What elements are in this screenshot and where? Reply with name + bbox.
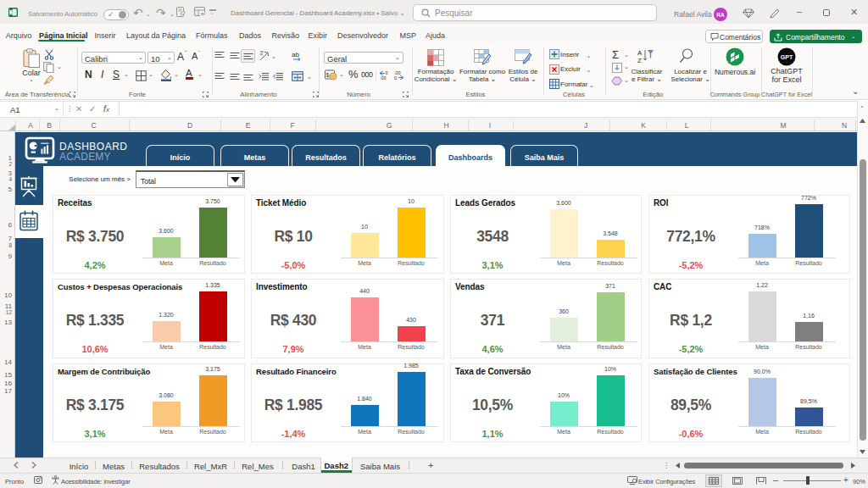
svg-text:GPT: GPT <box>781 54 793 60</box>
svg-text:0: 0 <box>394 75 397 80</box>
svg-text:.00: .00 <box>380 75 387 80</box>
svg-text:A: A <box>637 49 643 57</box>
svg-text:----: ---- <box>785 61 787 64</box>
svg-text:ab: ab <box>292 51 299 58</box>
svg-text:$: $ <box>326 72 330 78</box>
svg-text:Z: Z <box>637 57 642 64</box>
